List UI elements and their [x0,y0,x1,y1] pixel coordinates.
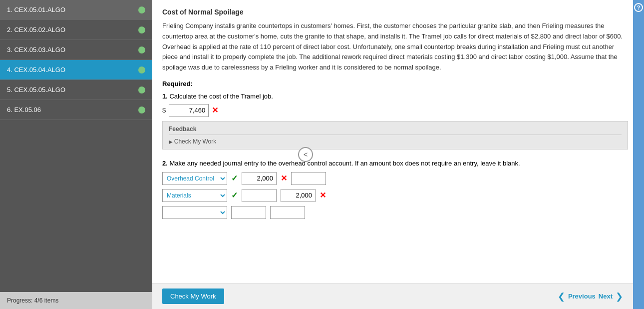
sidebar-item-label-6: 6. EX.05.06 [7,106,138,114]
content-scroll-area[interactable]: Cost of Normal Spoilage Frieling Company… [152,0,633,283]
nav-buttons: ❮ Previous Next ❯ [558,291,623,302]
sidebar-dot-2 [138,26,145,34]
sidebar-dot-1 [138,6,145,14]
sidebar: 1. CEX.05.01.ALGO2. CEX.05.02.ALGO3. CEX… [0,0,152,309]
journal-account-select-3[interactable]: Materials Overhead Control Work in Proce… [162,206,227,219]
dollar-sign-1: $ [162,106,166,114]
question-1-label: 1. Calculate the cost of the Tramel job. [162,92,628,100]
sidebar-dot-5 [138,86,145,94]
sidebar-item-5[interactable]: 5. CEX.05.05.ALGO [0,80,152,100]
sidebar-item-3[interactable]: 3. CEX.05.03.ALGO [0,40,152,60]
feedback-title: Feedback [169,126,622,135]
sidebar-footer: Progress: 4/6 items [0,292,152,309]
sidebar-dot-4 [138,66,145,74]
sidebar-item-1[interactable]: 1. CEX.05.01.ALGO [0,0,152,20]
journal-credit-2-wrong-icon: ✕ [320,190,326,200]
question-1-block: 1. Calculate the cost of the Tramel job.… [162,92,628,150]
question-1-answer-input[interactable] [169,104,209,117]
journal-row-2: Materials Overhead Control Work in Proce… [162,189,628,202]
next-arrow-icon: ❯ [616,291,623,302]
sidebar-item-label-3: 3. CEX.05.03.ALGO [7,46,138,54]
sidebar-item-2[interactable]: 2. CEX.05.02.ALGO [0,20,152,40]
question-1-input-row: $ ✕ [162,104,628,117]
question-2-block: 2. Make any needed journal entry to the … [162,160,628,219]
journal-credit-input-1[interactable] [291,172,326,185]
section-title: Cost of Normal Spoilage [162,8,628,16]
sidebar-item-6[interactable]: 6. EX.05.06 [0,100,152,120]
required-label: Required: [162,80,628,88]
journal-row-1: Overhead Control Materials Work in Proce… [162,172,628,185]
progress-label: Progress: 4/6 items [7,297,58,304]
sidebar-item-label-1: 1. CEX.05.01.ALGO [7,6,138,14]
journal-credit-input-3[interactable] [270,206,305,219]
journal-debit-input-1[interactable] [242,172,277,185]
footer: Check My Work ❮ Previous Next ❯ [152,283,633,309]
question-1-wrong-icon: ✕ [212,106,218,115]
toggle-sidebar-button[interactable]: < [298,147,313,162]
help-button[interactable]: ? [634,3,643,12]
check-my-work-button[interactable]: Check My Work [162,288,224,304]
journal-debit-input-2[interactable] [242,189,277,202]
journal-account-1-correct-icon: ✓ [231,174,238,183]
sidebar-dot-6 [138,106,145,114]
journal-account-select-1[interactable]: Overhead Control Materials Work in Proce… [162,172,227,185]
question-2-label: 2. Make any needed journal entry to the … [162,160,628,167]
toggle-icon: < [304,150,308,158]
journal-row-3: Materials Overhead Control Work in Proce… [162,206,628,219]
journal-account-2-correct-icon: ✓ [231,190,238,200]
right-panel: ? [633,0,644,309]
intro-paragraph: Frieling Company installs granite counte… [162,21,628,73]
journal-credit-input-2[interactable] [281,189,316,202]
journal-debit-1-wrong-icon: ✕ [281,174,287,183]
previous-button[interactable]: Previous [568,292,596,300]
main-content-area: Cost of Normal Spoilage Frieling Company… [152,0,633,309]
sidebar-item-4[interactable]: 4. CEX.05.04.ALGO [0,60,152,80]
feedback-box-1: Feedback Check My Work [162,121,628,150]
sidebar-item-label-4: 4. CEX.05.04.ALGO [7,66,138,74]
journal-debit-input-3[interactable] [231,206,266,219]
prev-arrow-icon: ❮ [558,291,565,302]
journal-account-select-2[interactable]: Materials Overhead Control Work in Proce… [162,189,227,202]
sidebar-item-label-5: 5. CEX.05.05.ALGO [7,86,138,94]
sidebar-item-label-2: 2. CEX.05.02.ALGO [7,26,138,34]
sidebar-items: 1. CEX.05.01.ALGO2. CEX.05.02.ALGO3. CEX… [0,0,152,120]
check-my-work-link-1[interactable]: Check My Work [169,138,622,145]
next-button[interactable]: Next [599,292,613,300]
sidebar-dot-3 [138,46,145,54]
